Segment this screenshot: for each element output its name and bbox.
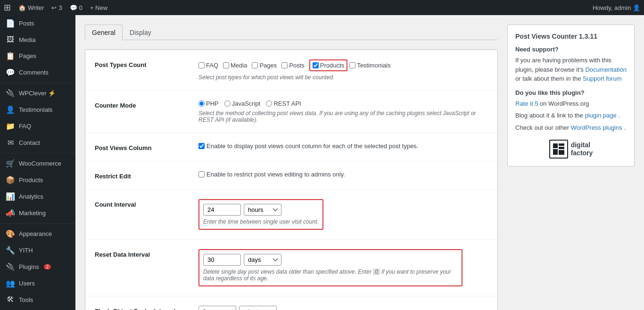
plugin-version: Post Views Counter 1.3.11 (515, 33, 627, 40)
post-views-column-control: Enable to display post views count colum… (198, 142, 488, 150)
plugin-page-link[interactable]: plugin page (585, 112, 616, 119)
plugin-info-card: Post Views Counter 1.3.11 Need support? … (507, 25, 635, 167)
sidebar-item-label: Marketing (19, 209, 46, 217)
documentation-link[interactable]: Documentation (585, 66, 626, 73)
restrict-edit-checkbox[interactable]: Enable to restrict post views editing to… (198, 171, 488, 178)
checkbox-faq[interactable]: FAQ (198, 62, 218, 69)
tab-general[interactable]: General (85, 25, 123, 40)
wpclever-icon: 🔌 (6, 89, 15, 98)
sidebar-divider-3 (0, 223, 75, 224)
checkbox-media-input[interactable] (223, 62, 229, 68)
sidebar-item-posts[interactable]: 📄 Posts (0, 15, 75, 32)
checkbox-products-input[interactable] (313, 62, 319, 68)
checkbox-faq-input[interactable] (198, 62, 205, 68)
wp-logo[interactable]: ⊞ (4, 2, 11, 13)
flush-cache-input[interactable] (198, 306, 236, 310)
radio-php-input[interactable] (198, 101, 205, 107)
digital-factory-logo: digitalfactory (515, 140, 627, 159)
checkbox-testimonials[interactable]: Testimonials (349, 62, 391, 69)
reset-data-interval-input[interactable] (203, 254, 241, 266)
flush-cache-input-row: minutes hours days (198, 306, 488, 310)
post-views-column-label: Post Views Column (95, 142, 189, 151)
tab-display[interactable]: Display (123, 25, 158, 40)
radio-rest-api[interactable]: REST API (266, 100, 301, 107)
post-types-count-control: FAQ Media Pages (198, 59, 488, 81)
sidebar-item-tools[interactable]: 🛠 Tools (0, 292, 75, 308)
pages-icon: 📋 (6, 51, 15, 60)
main-content: General Display Post Types Count FAQ (75, 15, 644, 310)
checkbox-pages-input[interactable] (252, 62, 258, 68)
layout: 📄 Posts 🖼 Media 📋 Pages 💬 Comments 🔌 WPC… (0, 15, 644, 310)
sidebar-item-woocommerce[interactable]: 🛒 WooCommerce (0, 155, 75, 172)
sidebar-item-media[interactable]: 🖼 Media (0, 32, 75, 48)
radio-javascript-input[interactable] (224, 101, 231, 107)
revisions[interactable]: ↩ 3 (51, 4, 62, 11)
checkbox-media[interactable]: Media (223, 62, 247, 69)
sidebar-item-products[interactable]: 📦 Products (0, 172, 75, 188)
topbar: ⊞ 🏠 Writer ↩ 3 💬 0 + New Howdy, admin 👤 (0, 0, 644, 15)
sidebar-item-label: Analytics (19, 193, 43, 200)
restrict-edit-row: Restrict Edit Enable to restrict post vi… (85, 161, 497, 190)
count-interval-select[interactable]: hours minutes days (244, 204, 281, 216)
restrict-edit-input[interactable] (198, 171, 205, 177)
sidebar-item-plugins[interactable]: 🔌 Plugins 2 (0, 259, 75, 275)
sidebar-item-marketing[interactable]: 📣 Marketing (0, 205, 75, 221)
rate-text: Rate it 5 on WordPress.org (515, 99, 627, 109)
flush-cache-label: Flush Object Cache Interval (95, 306, 189, 310)
support-forum-link[interactable]: Support forum (583, 75, 621, 82)
flush-cache-select[interactable]: minutes hours days (239, 306, 277, 310)
like-title: Do you like this plugin? (515, 89, 627, 96)
post-views-column-checkbox[interactable]: Enable to display post views count colum… (198, 142, 488, 150)
count-interval-box: hours minutes days Enter the time betwee… (198, 199, 323, 230)
comment-icon: 💬 (70, 4, 77, 11)
sidebar-item-wpclever[interactable]: 🔌 WPClever ⚡ (0, 85, 75, 101)
new-content[interactable]: + New (90, 4, 107, 11)
site-name[interactable]: 🏠 Writer (18, 4, 44, 11)
comments-topbar[interactable]: 💬 0 (70, 4, 83, 11)
count-interval-label: Count Interval (95, 199, 189, 208)
count-interval-input[interactable] (203, 204, 241, 216)
counter-mode-help: Select the method of collecting post vie… (198, 110, 488, 123)
sidebar-item-label: Users (19, 280, 35, 287)
sidebar-item-yith[interactable]: 🔧 YITH (0, 242, 75, 259)
sidebar-item-testimonials[interactable]: 👤 Testimonials (0, 101, 75, 118)
sidebar-item-faq[interactable]: 📁 FAQ (0, 118, 75, 134)
checkbox-testimonials-input[interactable] (349, 62, 355, 68)
checkbox-pages[interactable]: Pages (252, 62, 277, 69)
sidebar-item-pages[interactable]: 📋 Pages (0, 48, 75, 64)
reset-data-interval-label: Reset Data Interval (95, 249, 189, 258)
sidebar-item-analytics[interactable]: 📊 Analytics (0, 188, 75, 205)
sidebar-item-label: Testimonials (19, 106, 53, 113)
marketing-icon: 📣 (6, 209, 15, 218)
users-icon: 👥 (6, 279, 15, 288)
content-left: General Display Post Types Count FAQ (85, 25, 498, 310)
svg-rect-2 (559, 147, 564, 149)
counter-mode-control: PHP JavaScript REST API (198, 100, 488, 123)
svg-rect-1 (559, 143, 564, 146)
sidebar-item-label: FAQ (19, 123, 31, 130)
plugin-info-sidebar: Post Views Counter 1.3.11 Need support? … (507, 25, 635, 310)
yith-icon: 🔧 (6, 246, 15, 255)
sidebar-item-contact[interactable]: ✉ Contact (0, 134, 75, 151)
checkbox-posts-input[interactable] (281, 62, 288, 68)
settings-card: Post Types Count FAQ Media (85, 50, 498, 310)
sidebar-item-label: Comments (19, 69, 49, 76)
reset-data-interval-select[interactable]: days minutes hours (244, 254, 281, 266)
sidebar-item-appearance[interactable]: 🎨 Appearance (0, 226, 75, 242)
wp-plugins-link[interactable]: WordPress plugins (571, 124, 622, 131)
sidebar-item-label: WooCommerce (19, 160, 61, 167)
other-text: Check out our other WordPress plugins . (515, 123, 627, 133)
radio-javascript[interactable]: JavaScript (224, 100, 261, 107)
analytics-icon: 📊 (6, 192, 15, 201)
df-text: digitalfactory (571, 141, 593, 157)
post-views-column-input[interactable] (198, 143, 205, 149)
count-interval-help: Enter the time between single user visit… (203, 218, 319, 225)
checkbox-posts[interactable]: Posts (281, 62, 305, 69)
post-types-count-row: Post Types Count FAQ Media (85, 50, 497, 91)
radio-php[interactable]: PHP (198, 100, 219, 107)
radio-rest-api-input[interactable] (266, 101, 272, 107)
sidebar-item-comments[interactable]: 💬 Comments (0, 64, 75, 81)
checkbox-products[interactable]: Products (313, 62, 344, 69)
rate-link[interactable]: Rate it 5 (515, 100, 538, 107)
sidebar-item-users[interactable]: 👥 Users (0, 275, 75, 292)
